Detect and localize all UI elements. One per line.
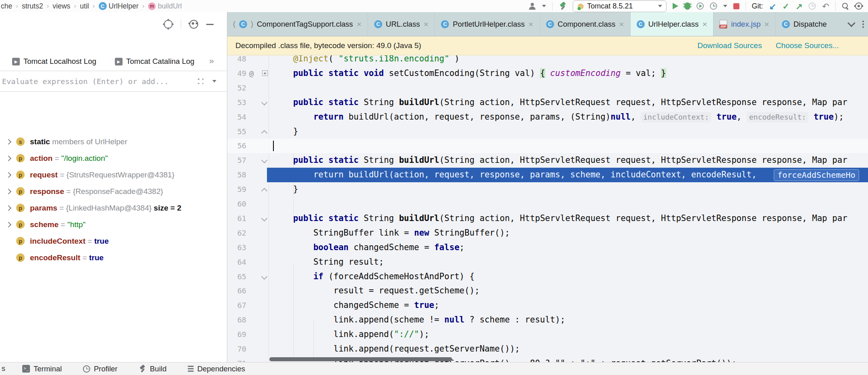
code-line[interactable]: 62 StringBuffer link = new StringBuffer(… <box>227 226 868 240</box>
toolwindow-dependencies[interactable]: Dependencies <box>188 364 245 373</box>
build-hammer-icon[interactable] <box>559 2 567 10</box>
code-text[interactable]: link.append(request.getServerName()); <box>273 342 520 356</box>
download-sources-link[interactable]: Download Sources <box>697 41 762 50</box>
code-text[interactable]: if (forceAddSchemeHostAndPort) { <box>273 270 474 284</box>
code-text[interactable]: result = request.getScheme(); <box>273 284 480 298</box>
breadcrumb-item[interactable]: util <box>79 2 90 11</box>
code-text[interactable]: StringBuffer link = new StringBuffer(); <box>273 226 510 240</box>
line-number[interactable]: 63 <box>227 240 246 255</box>
code-line[interactable]: 54 return buildUrl(action, request, resp… <box>227 110 868 124</box>
chevron-down-icon[interactable] <box>542 5 546 7</box>
tab-options-icon[interactable] <box>862 21 864 28</box>
fold-marker-icon[interactable] <box>261 130 268 136</box>
breadcrumb-item-class[interactable]: C UrlHelper <box>98 2 140 11</box>
code-text[interactable]: public static String buildUrl(String act… <box>273 153 847 168</box>
tab-portleturlhelper[interactable]: C PortletUrlHelper.class × <box>435 12 540 36</box>
code-line[interactable]: 65 if (forceAddSchemeHostAndPort) { <box>227 270 868 284</box>
close-icon[interactable]: × <box>764 20 769 28</box>
line-number[interactable]: 52 <box>227 81 246 95</box>
breadcrumb-item[interactable]: che <box>0 2 13 11</box>
target-icon[interactable] <box>164 20 173 29</box>
profiler-icon[interactable] <box>710 2 717 10</box>
tab-urlhelper-active[interactable]: C UrlHelper.class × <box>631 12 714 36</box>
variable-row[interactable]: pencodeResult = true <box>0 249 227 266</box>
choose-sources-link[interactable]: Choose Sources... <box>776 41 839 50</box>
stop-button[interactable] <box>733 3 739 9</box>
tab-component[interactable]: C Component.class × <box>540 12 631 36</box>
code-line[interactable]: 49@+ public static void setCustomEncodin… <box>227 66 868 81</box>
line-number[interactable]: 53 <box>227 95 246 110</box>
line-number[interactable]: 71 <box>227 356 246 362</box>
code-line[interactable]: 57 public static String buildUrl(String … <box>227 153 868 168</box>
code-line[interactable]: 56 <box>227 139 868 153</box>
variable-row[interactable]: paction = "/login.action" <box>0 150 227 166</box>
rollback-icon[interactable]: ↶ <box>822 2 829 11</box>
chevron-down-icon[interactable] <box>212 80 216 82</box>
line-number[interactable]: 57 <box>227 153 246 168</box>
code-text[interactable]: } <box>273 124 298 139</box>
line-number[interactable]: 61 <box>227 211 246 226</box>
tab-indexjsp[interactable]: JSP index.jsp × <box>713 12 775 36</box>
line-number[interactable]: 55 <box>227 124 246 139</box>
code-line[interactable]: 53 public static String buildUrl(String … <box>227 95 868 110</box>
fold-marker-icon[interactable] <box>261 188 268 194</box>
code-text[interactable]: String result; <box>273 255 384 270</box>
line-number[interactable]: 69 <box>227 327 246 342</box>
variable-row[interactable]: presponse = {ResponseFacade@4382} <box>0 183 227 200</box>
breadcrumb-item[interactable]: struts2 <box>21 2 44 11</box>
code-editor[interactable]: 48 @Inject( "struts.i18n.encoding" )49@+… <box>227 36 868 362</box>
code-line[interactable]: 70 link.append(request.getServerName()); <box>227 342 868 356</box>
code-text[interactable]: public static void setCustomEncoding(Str… <box>273 66 666 81</box>
close-icon[interactable]: × <box>619 20 624 28</box>
breadcrumb-item-method[interactable]: m buildUrl <box>147 2 182 11</box>
line-number[interactable]: 58 <box>227 168 246 182</box>
code-line[interactable]: 52 <box>227 81 868 95</box>
line-number[interactable]: 59 <box>227 182 246 197</box>
expand-chevron-icon[interactable] <box>6 172 11 177</box>
watch-settings-icon[interactable] <box>198 78 203 84</box>
more-tabs-icon[interactable]: » <box>209 56 214 65</box>
code-line[interactable]: 66 result = request.getScheme(); <box>227 284 868 298</box>
breadcrumb-item[interactable]: views <box>52 2 71 11</box>
code-text[interactable] <box>273 139 274 153</box>
panel-splitter[interactable] <box>227 12 227 362</box>
toolwindow-terminal[interactable]: >_ Terminal <box>22 364 62 373</box>
line-number[interactable]: 66 <box>227 284 246 298</box>
code-line[interactable]: 59 } <box>227 182 868 197</box>
fold-marker-icon[interactable] <box>261 273 268 280</box>
code-line[interactable]: 58 return buildUrl(action, request, resp… <box>227 168 868 182</box>
line-number[interactable]: 62 <box>227 226 246 240</box>
variable-row[interactable]: pparams = {LinkedHashMap@4384} size = 2 <box>0 200 227 216</box>
code-text[interactable]: return buildUrl(action, request, respons… <box>273 110 844 124</box>
run-configuration-select[interactable]: Tomcat 8.5.21 <box>573 0 667 12</box>
git-update-icon[interactable]: ↙ <box>769 2 777 11</box>
code-text[interactable]: } <box>273 182 298 197</box>
evaluate-expression-input[interactable] <box>0 77 181 86</box>
code-line[interactable]: 68 link.append(scheme != null ? scheme :… <box>227 313 868 327</box>
git-push-icon[interactable]: ↗ <box>796 2 803 11</box>
close-icon[interactable]: × <box>702 20 707 28</box>
close-icon[interactable]: × <box>357 20 362 28</box>
line-number[interactable]: 70 <box>227 342 246 356</box>
expand-chevron-icon[interactable] <box>6 221 11 227</box>
line-number[interactable]: 65 <box>227 270 246 284</box>
expand-chevron-icon[interactable] <box>6 139 11 144</box>
code-line[interactable]: 64 String result; <box>227 255 868 270</box>
tab-tomcat-localhost-log[interactable]: ▶ Tomcat Localhost Log <box>12 57 96 66</box>
toolwindow-build[interactable]: Build <box>139 364 167 373</box>
fold-marker-icon[interactable]: + <box>262 70 268 76</box>
line-number[interactable]: 64 <box>227 255 246 270</box>
code-text[interactable]: link.append(scheme != null ? scheme : re… <box>273 313 565 327</box>
line-number[interactable]: 68 <box>227 313 246 327</box>
hide-panel-icon[interactable] <box>206 24 214 25</box>
variable-row[interactable]: sstatic members of UrlHelper <box>0 133 227 150</box>
code-text[interactable]: link.append("://"); <box>273 327 429 342</box>
line-number[interactable]: 60 <box>227 197 246 211</box>
variable-row[interactable]: pincludeContext = true <box>0 233 227 249</box>
tab-url[interactable]: C URL.class × <box>368 12 435 36</box>
tab-dispatcher[interactable]: C Dispatche <box>776 12 833 36</box>
code-line[interactable]: 69 link.append("://"); <box>227 327 868 342</box>
run-button[interactable] <box>673 3 678 9</box>
expand-chevron-icon[interactable] <box>6 155 11 161</box>
line-number[interactable]: 54 <box>227 110 246 124</box>
